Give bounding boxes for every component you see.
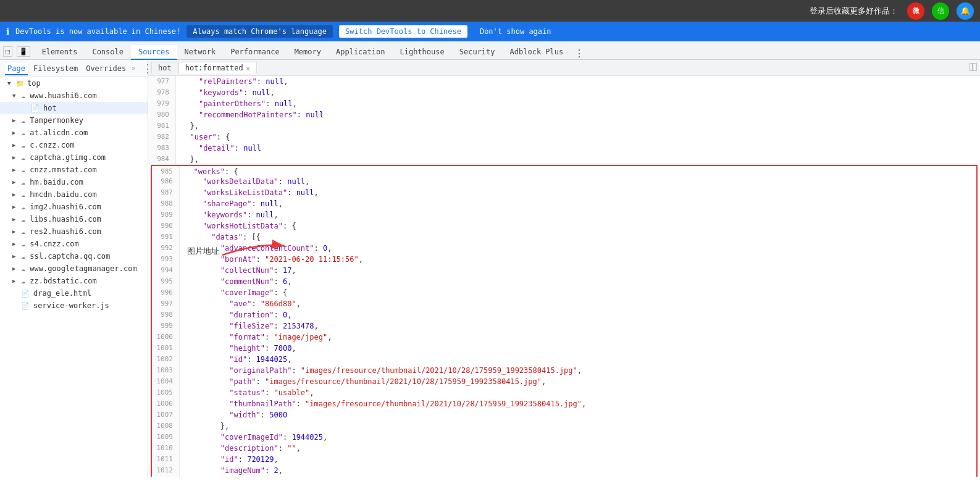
domain-icon: ☁ bbox=[21, 264, 25, 273]
sidebar-item-cnzz[interactable]: ☁ c.cnzz.com bbox=[0, 139, 148, 151]
sources-tab-page[interactable]: Page bbox=[5, 63, 28, 75]
code-line: 998 "duration": 0, bbox=[151, 309, 978, 320]
code-line: 983 "detail": null bbox=[148, 143, 980, 154]
device-icon[interactable]: 📱 bbox=[17, 46, 30, 57]
domain-icon: ☁ bbox=[21, 227, 25, 236]
sources-sidebar: Page Filesystem Overrides » ⋮ 📁 top ☁ ww… bbox=[0, 60, 148, 477]
domain-icon: ☁ bbox=[21, 203, 25, 211]
tab-application[interactable]: Application bbox=[329, 45, 392, 60]
weibo-icon[interactable]: 微 bbox=[907, 2, 924, 20]
inspect-icon[interactable]: ⬚ bbox=[3, 46, 12, 57]
more-tabs-icon[interactable]: ⋮ bbox=[571, 48, 588, 59]
expand-panel-icon[interactable] bbox=[970, 63, 977, 72]
switch-devtools-button[interactable]: Switch DevTools to Chinese bbox=[339, 25, 467, 38]
sidebar-item-libs[interactable]: ☁ libs.huashi6.com bbox=[0, 213, 148, 225]
tab-network[interactable]: Network bbox=[177, 45, 224, 60]
tab-console[interactable]: Console bbox=[85, 45, 131, 60]
dismiss-link[interactable]: Don't show again bbox=[480, 27, 551, 36]
sidebar-item-hm-baidu[interactable]: ☁ hm.baidu.com bbox=[0, 176, 148, 188]
sidebar-item-cnzz-mmstat[interactable]: ☁ cnzz.mmstat.com bbox=[0, 164, 148, 176]
line-number: 982 bbox=[148, 132, 176, 143]
tab-adblock[interactable]: Adblock Plus bbox=[503, 45, 571, 60]
line-code-content: "collectNum": 17, bbox=[180, 265, 976, 276]
tree-arrow bbox=[12, 253, 19, 259]
sidebar-item-label: zz.bdstatic.com bbox=[30, 277, 96, 285]
tree-arrow bbox=[12, 266, 19, 272]
line-code-content: "recommendHotPainters": null bbox=[176, 109, 980, 120]
line-code-content: "relPainters": null, bbox=[176, 76, 980, 87]
line-code-content: "status": "usable", bbox=[180, 387, 976, 398]
sidebar-item-drag-ele[interactable]: 📄 drag_ele.html bbox=[0, 287, 148, 299]
sidebar-item-s4[interactable]: ☁ s4.cnzz.com bbox=[0, 238, 148, 250]
sidebar-item-googletagmanager[interactable]: ☁ www.googletagmanager.com bbox=[0, 262, 148, 275]
line-number: 999 bbox=[152, 320, 180, 332]
code-line: 984 }, bbox=[148, 154, 980, 165]
browser-top-text: 登录后收藏更多好作品： bbox=[810, 6, 898, 17]
sidebar-item-label: ssl.captcha.qq.com bbox=[30, 252, 110, 261]
match-language-button[interactable]: Always match Chrome's language bbox=[186, 25, 333, 38]
domain-icon: ☁ bbox=[21, 240, 25, 248]
line-code-content: "coverImageId": 1944025, bbox=[180, 432, 976, 443]
code-content-area[interactable]: 图片地址 977 "relPainters": null,978 "keywor… bbox=[148, 76, 980, 477]
line-number: 1002 bbox=[152, 354, 180, 365]
sources-tab-filesystem[interactable]: Filesystem bbox=[31, 63, 80, 75]
separator: » bbox=[132, 65, 135, 72]
code-line: 981 }, bbox=[148, 120, 980, 132]
line-code-content: "painterOthers": null, bbox=[176, 98, 980, 109]
sidebar-item-tampermonkey[interactable]: ☁ Tampermonkey bbox=[0, 114, 148, 127]
notification-icon[interactable]: 🔔 bbox=[957, 2, 974, 20]
sidebar-item-captcha[interactable]: ☁ captcha.gtimg.com bbox=[0, 151, 148, 164]
line-number: 980 bbox=[148, 109, 176, 120]
sidebar-item-service-worker[interactable]: 📄 service-worker.js bbox=[0, 299, 148, 312]
code-line: 1006 "thumbnailPath": "images/fresource/… bbox=[151, 398, 978, 409]
line-code-content: "user": { bbox=[176, 132, 980, 143]
code-line: 1002 "id": 1944025, bbox=[151, 354, 978, 365]
tab-sources[interactable]: Sources bbox=[131, 45, 177, 60]
line-code-content: "coverImage": { bbox=[180, 287, 976, 298]
code-line: 1003 "originalPath": "images/fresource/t… bbox=[151, 365, 978, 376]
tab-elements[interactable]: Elements bbox=[35, 45, 85, 60]
file-tab-close-icon[interactable]: ✕ bbox=[246, 65, 250, 72]
line-number: 1000 bbox=[152, 332, 180, 343]
sidebar-more-icon[interactable]: ⋮ bbox=[138, 62, 148, 75]
code-line: 997 "ave": "866d80", bbox=[151, 298, 978, 309]
sidebar-item-img2[interactable]: ☁ img2.huashi6.com bbox=[0, 201, 148, 213]
sidebar-item-huashi6[interactable]: ☁ www.huashi6.com bbox=[0, 90, 148, 102]
sidebar-item-alicdn[interactable]: ☁ at.alicdn.com bbox=[0, 127, 148, 139]
line-number: 988 bbox=[152, 198, 180, 209]
code-line: 1010 "description": "", bbox=[151, 443, 978, 454]
line-number: 986 bbox=[152, 176, 180, 187]
line-number: 990 bbox=[152, 220, 180, 232]
domain-icon: ☁ bbox=[21, 165, 25, 174]
sidebar-item-label: c.cnzz.com bbox=[30, 141, 74, 149]
tab-lighthouse[interactable]: Lighthouse bbox=[392, 45, 451, 60]
code-line: 989 "keywords": null, bbox=[151, 209, 978, 220]
file-tab-hot[interactable]: hot bbox=[151, 62, 178, 73]
file-tab-hot-formatted-label: hot:formatted bbox=[185, 64, 243, 72]
sidebar-item-bdstatic[interactable]: ☁ zz.bdstatic.com bbox=[0, 275, 148, 287]
sidebar-item-hmcdn-baidu[interactable]: ☁ hmcdn.baidu.com bbox=[0, 188, 148, 201]
code-line: 1007 "width": 5000 bbox=[151, 409, 978, 421]
tab-performance[interactable]: Performance bbox=[223, 45, 287, 60]
sources-tab-overrides[interactable]: Overrides bbox=[83, 63, 128, 75]
wechat-icon[interactable]: 信 bbox=[932, 2, 949, 20]
line-code-content: "ave": "866d80", bbox=[180, 298, 976, 309]
sidebar-item-label: img2.huashi6.com bbox=[30, 203, 101, 211]
sidebar-item-res2[interactable]: ☁ res2.huashi6.com bbox=[0, 225, 148, 238]
code-line: 992 "advanceContentCount": 0, bbox=[151, 243, 978, 254]
sidebar-item-hot[interactable]: 📄 hot bbox=[0, 102, 148, 114]
tree-arrow bbox=[12, 130, 19, 136]
code-line: 990 "worksHotListData": { bbox=[151, 220, 978, 232]
line-code-content: "format": "image/jpeg", bbox=[180, 332, 976, 343]
sidebar-item-ssl-captcha[interactable]: ☁ ssl.captcha.qq.com bbox=[0, 250, 148, 262]
browser-top-bar: 登录后收藏更多好作品： 微 信 🔔 bbox=[0, 0, 980, 22]
sidebar-item-top[interactable]: 📁 top bbox=[0, 77, 148, 90]
line-code-content: }, bbox=[176, 120, 980, 132]
file-tab-hot-formatted[interactable]: hot:formatted ✕ bbox=[178, 62, 257, 73]
tab-memory[interactable]: Memory bbox=[287, 45, 329, 60]
code-panel: hot hot:formatted ✕ 图片地址 bbox=[148, 60, 980, 477]
tab-security[interactable]: Security bbox=[452, 45, 503, 60]
line-code-content: "works": { bbox=[180, 166, 976, 176]
line-code-content: "description": "", bbox=[180, 443, 976, 454]
code-lines-container: 977 "relPainters": null,978 "keywords": … bbox=[148, 76, 980, 477]
